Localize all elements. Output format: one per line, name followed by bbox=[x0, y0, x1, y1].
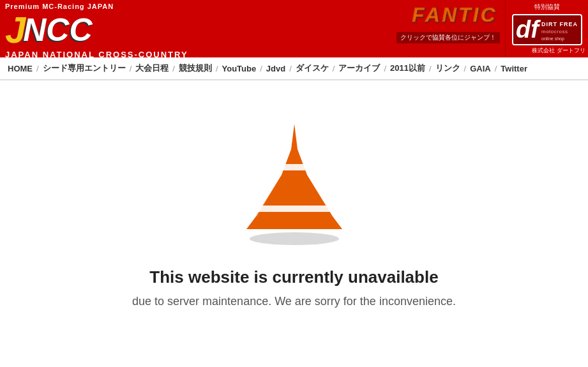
nav-archive[interactable]: アーカイブ bbox=[336, 63, 382, 74]
svg-text:df: df bbox=[516, 16, 541, 43]
tokubetsu-label: 特別協賛 bbox=[534, 3, 560, 11]
nav-sep-2: / bbox=[128, 64, 133, 73]
nav-sep-4: / bbox=[215, 64, 220, 73]
nav-jdvd[interactable]: Jdvd bbox=[264, 64, 288, 73]
nav-sep-10: / bbox=[463, 64, 468, 73]
header-center: FANTIC クリックで協賛各位にジャンプ！ bbox=[204, 0, 505, 57]
svg-marker-11 bbox=[283, 164, 306, 170]
traffic-cone-icon bbox=[237, 111, 352, 245]
jncc-logo: J NCC bbox=[5, 11, 199, 49]
svg-point-6 bbox=[250, 232, 339, 245]
nav-sep-3: / bbox=[171, 64, 176, 73]
header: Premium MC-Racing JAPAN J NCC JAPAN NATI… bbox=[0, 0, 588, 57]
header-left: Premium MC-Racing JAPAN J NCC JAPAN NATI… bbox=[0, 0, 204, 57]
nav-links[interactable]: リンク bbox=[433, 63, 463, 74]
navigation: HOME / シード専用エントリー / 大会日程 / 競技規則 / YouTub… bbox=[0, 57, 588, 80]
nav-twitter[interactable]: Twitter bbox=[498, 64, 530, 73]
nav-daisuke[interactable]: ダイスケ bbox=[293, 63, 331, 74]
premium-label: Premium MC-Racing JAPAN bbox=[5, 3, 199, 10]
nav-youtube[interactable]: YouTube bbox=[220, 64, 259, 73]
nav-rules[interactable]: 競技規則 bbox=[176, 63, 215, 74]
svg-text:motocross: motocross bbox=[541, 29, 568, 34]
company-label: 株式会社 ダートフリ bbox=[508, 47, 585, 55]
nav-sep-8: / bbox=[382, 64, 388, 73]
header-right: 特別協賛 df DIRT FREA motocross online shop … bbox=[505, 0, 588, 57]
error-title: This website is currently unavailable bbox=[149, 267, 438, 287]
japan-tagline: JAPAN NATIONAL CROSS-COUNTRY bbox=[5, 50, 199, 57]
svg-text:FANTIC: FANTIC bbox=[412, 3, 497, 25]
click-label: クリックで協賛各位にジャンプ！ bbox=[396, 32, 500, 43]
nav-home[interactable]: HOME bbox=[5, 64, 35, 73]
svg-marker-10 bbox=[282, 149, 307, 175]
main-content: This website is currently unavailable du… bbox=[0, 80, 588, 336]
nav-sep-9: / bbox=[428, 64, 433, 73]
svg-text:online shop: online shop bbox=[541, 36, 564, 41]
nav-sep-11: / bbox=[494, 64, 499, 73]
nav-sep-6: / bbox=[288, 64, 293, 73]
nav-sep-1: / bbox=[35, 64, 40, 73]
nav-2011[interactable]: 2011以前 bbox=[388, 63, 428, 74]
svg-marker-7 bbox=[246, 216, 342, 229]
nav-schedule[interactable]: 大会日程 bbox=[133, 63, 171, 74]
svg-marker-9 bbox=[258, 206, 331, 212]
svg-text:DIRT FREA: DIRT FREA bbox=[541, 21, 578, 27]
fantic-logo: FANTIC bbox=[411, 3, 500, 29]
nav-gaia[interactable]: GAIA bbox=[467, 64, 494, 73]
logo-ncc: NCC bbox=[23, 14, 92, 46]
nav-sep-7: / bbox=[331, 64, 336, 73]
error-subtitle: due to server maintenance. We are sorry … bbox=[132, 295, 456, 308]
dirtfreak-logo[interactable]: df DIRT FREA motocross online shop bbox=[512, 14, 582, 45]
nav-sep-5: / bbox=[259, 64, 264, 73]
nav-seed-entry[interactable]: シード専用エントリー bbox=[40, 63, 128, 74]
cone-container bbox=[224, 108, 365, 248]
